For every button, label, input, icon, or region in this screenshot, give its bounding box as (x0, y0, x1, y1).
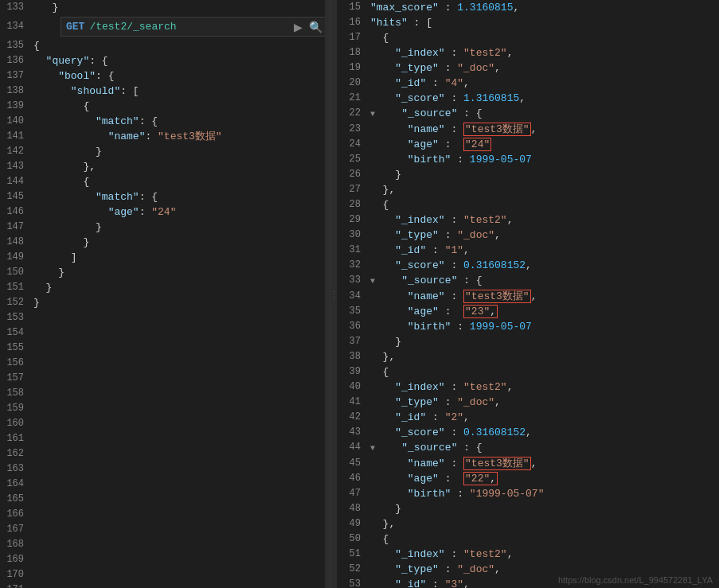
code-line: 38 }, (337, 349, 719, 364)
code-line: 137 "bool": { (0, 68, 330, 84)
line-content: "birth" : "1999-05-07" (367, 486, 719, 501)
code-line: 169 (0, 552, 330, 567)
line-number: 42 (337, 410, 367, 425)
line-content: "_score" : 0.31608152, (367, 258, 719, 273)
highlight-age-2: "23", (463, 305, 498, 318)
line-content: "name" : "test3数据", (367, 456, 719, 471)
divider-handle: ⋮ (330, 290, 337, 299)
line-content: { (367, 364, 719, 380)
code-line: 168 (0, 537, 330, 552)
line-number: 53 (337, 577, 367, 588)
line-content: "age": "24" (30, 204, 330, 220)
http-method: GET (66, 19, 84, 34)
get-bar-line: 134 GET /test2/_search ▶ 🔍 (0, 15, 330, 38)
line-number: 27 (337, 182, 367, 197)
highlight-name-1: "test3数据" (463, 123, 531, 136)
code-line: 153 (0, 310, 330, 325)
right-panel[interactable]: 15 "max_score" : 1.3160815, 16 "hits" : … (337, 0, 719, 588)
search-button[interactable]: 🔍 (307, 21, 324, 33)
line-content: "bool": { (30, 68, 330, 84)
code-line: 136 "query": { (0, 53, 330, 68)
code-line: 29 "_index" : "test2", (337, 212, 719, 228)
run-button[interactable]: ▶ (292, 21, 304, 33)
line-number: 24 (337, 137, 367, 152)
line-content: ▼ "_source" : { (367, 440, 719, 456)
line-number: 137 (0, 68, 30, 84)
code-line: 154 (0, 325, 330, 341)
line-number: 17 (337, 30, 367, 45)
line-number: 18 (337, 45, 367, 60)
line-content: "_type" : "_doc", (367, 228, 719, 243)
code-line: 25 "birth" : 1999-05-07 (337, 152, 719, 167)
highlight-age-3: "22", (463, 472, 498, 485)
left-code-area[interactable]: 133 } 134 GET /test2/_search ▶ 🔍 135 (0, 0, 330, 588)
code-line: 143 }, (0, 159, 330, 174)
code-line: 22 ▼ "_source" : { (337, 106, 719, 122)
line-number: 151 (0, 280, 30, 295)
watermark: https://blog.csdn.net/L_994572281_LYA (558, 575, 713, 585)
line-content: "_index" : "test2", (367, 547, 719, 562)
line-content: } (30, 235, 330, 250)
line-number: 15 (337, 0, 367, 15)
code-line: 171 (0, 582, 330, 588)
line-number: 165 (0, 492, 30, 507)
code-line: 162 (0, 446, 330, 461)
line-content: "_index" : "test2", (367, 380, 719, 395)
line-number: 146 (0, 204, 30, 220)
code-line: 51 "_index" : "test2", (337, 547, 719, 562)
line-number: 157 (0, 371, 30, 386)
line-content: ▼ "_source" : { (367, 106, 719, 122)
line-content: "match": { (30, 189, 330, 204)
line-number: 48 (337, 501, 367, 516)
line-number: 162 (0, 446, 30, 461)
line-content: } (367, 334, 719, 349)
line-number: 149 (0, 250, 30, 265)
code-line: 163 (0, 461, 330, 477)
get-request-bar[interactable]: GET /test2/_search ▶ 🔍 (61, 17, 330, 37)
line-number: 168 (0, 537, 30, 552)
code-line: 151 } (0, 280, 330, 295)
code-line: 157 (0, 371, 330, 386)
code-line: 155 (0, 341, 330, 356)
line-number: 135 (0, 38, 30, 53)
line-number: 37 (337, 334, 367, 349)
line-content: "age" : "22", (367, 471, 719, 486)
code-line: 24 "age" : "24" (337, 137, 719, 152)
code-line: 159 (0, 401, 330, 416)
code-line: 49 }, (337, 516, 719, 532)
line-number: 156 (0, 356, 30, 371)
line-content: } (367, 167, 719, 182)
line-number: 161 (0, 431, 30, 446)
line-content: "name": "test3数据" (30, 129, 330, 144)
code-line: 146 "age": "24" (0, 204, 330, 220)
line-number: 138 (0, 84, 30, 99)
highlight-age-1: "24" (463, 138, 491, 151)
line-number: 163 (0, 461, 30, 477)
line-number: 43 (337, 425, 367, 440)
line-number: 51 (337, 547, 367, 562)
line-number: 139 (0, 99, 30, 114)
line-number: 46 (337, 471, 367, 486)
line-content: ] (30, 250, 330, 265)
line-content: "_type" : "_doc", (367, 395, 719, 410)
line-content: "birth" : 1999-05-07 (367, 152, 719, 167)
code-line: 32 "_score" : 0.31608152, (337, 258, 719, 273)
code-line: 26 } (337, 167, 719, 182)
highlight-name-2: "test3数据" (463, 290, 531, 303)
code-line: 152 } (0, 295, 330, 310)
line-number: 159 (0, 401, 30, 416)
code-line: 43 "_score" : 0.31608152, (337, 425, 719, 440)
code-line: 16 "hits" : [ (337, 15, 719, 30)
code-line: 170 (0, 567, 330, 582)
code-line: 48 } (337, 501, 719, 516)
line-number: 28 (337, 197, 367, 212)
left-panel: 133 } 134 GET /test2/_search ▶ 🔍 135 (0, 0, 330, 588)
line-number: 34 (337, 289, 367, 304)
line-content: } (30, 265, 330, 280)
line-number: 133 (0, 0, 30, 15)
code-line: 50 { (337, 532, 719, 547)
code-line: 160 (0, 416, 330, 431)
line-content: "match": { (30, 114, 330, 129)
panel-divider[interactable]: ⋮ (330, 0, 337, 588)
code-line: 161 (0, 431, 330, 446)
